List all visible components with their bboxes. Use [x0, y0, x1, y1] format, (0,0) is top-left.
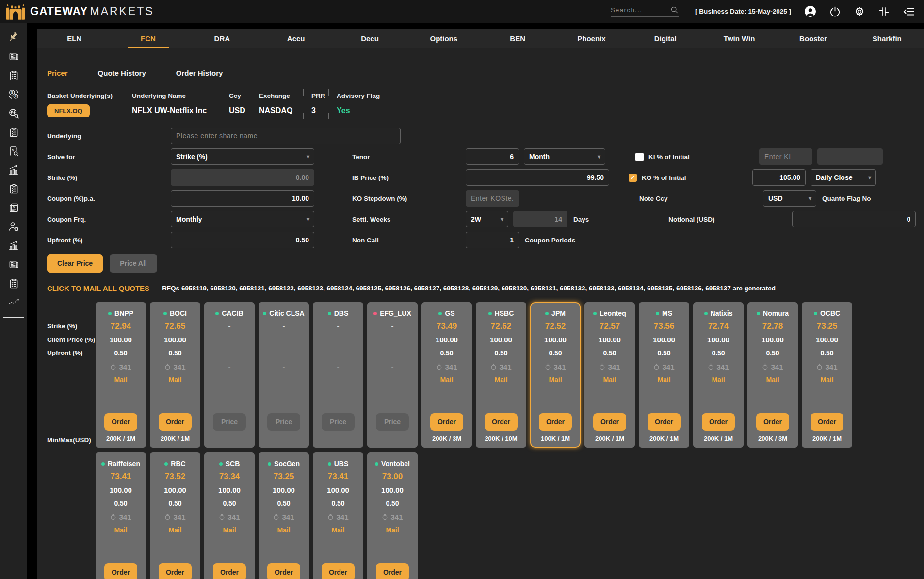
gear-icon[interactable]	[854, 6, 865, 17]
quote-card[interactable]: JPM 72.52 100.00 0.50 341 Mail Order 100…	[530, 302, 581, 448]
quote-order-button[interactable]: Order	[104, 563, 137, 579]
quote-order-button[interactable]: Order	[104, 413, 137, 431]
quote-mail-link[interactable]: Mail	[277, 526, 290, 536]
quote-mail-link[interactable]: Mail	[114, 376, 127, 386]
quote-order-button[interactable]: Order	[159, 563, 192, 579]
quote-order-button[interactable]: Order	[159, 413, 192, 431]
search-input[interactable]	[611, 6, 670, 14]
quote-mail-link[interactable]: Mail	[603, 376, 616, 386]
quote-order-button[interactable]: Order	[702, 413, 735, 431]
checklist-icon-4[interactable]	[8, 277, 19, 289]
tab-options[interactable]: Options	[407, 29, 481, 48]
quote-card[interactable]: CACIB - - Price	[204, 302, 255, 448]
quote-order-button[interactable]: Order	[213, 563, 246, 579]
news-icon-2[interactable]	[8, 258, 19, 270]
quote-mail-link[interactable]: Mail	[223, 526, 236, 536]
tab-dra[interactable]: DRA	[185, 29, 259, 48]
subtab-quote-history[interactable]: Quote History	[98, 69, 146, 77]
quote-order-button[interactable]: Price	[322, 413, 355, 431]
quote-mail-link[interactable]: Mail	[331, 526, 344, 536]
quote-mail-link[interactable]: Mail	[168, 376, 181, 386]
underlying-input[interactable]	[171, 128, 401, 144]
solve-for-select[interactable]: Strike (%)	[171, 148, 314, 165]
quote-order-button[interactable]: Order	[756, 413, 789, 431]
quote-card[interactable]: BOCI 72.65 100.00 0.50 341 Mail Order 20…	[150, 302, 200, 448]
ki-checkbox[interactable]	[635, 153, 644, 161]
coupon-pa-input[interactable]	[171, 190, 314, 207]
subtab-order-history[interactable]: Order History	[176, 69, 223, 77]
mail-all-quotes-link[interactable]: CLICK TO MAIL ALL QUOTES	[47, 284, 149, 292]
tab-decu[interactable]: Decu	[333, 29, 406, 48]
quote-card[interactable]: OCBC 73.25 100.00 0.50 341 Mail Order 20…	[802, 302, 852, 448]
tab-accu[interactable]: Accu	[259, 29, 333, 48]
quote-card[interactable]: SCB 73.34 100.00 0.50 341 Mail Order	[204, 452, 255, 579]
quote-card[interactable]: MS 73.56 100.00 0.50 341 Mail Order 200K…	[639, 302, 689, 448]
quote-mail-link[interactable]: Mail	[820, 376, 833, 386]
quote-mail-link[interactable]: Mail	[168, 526, 181, 536]
ko-input[interactable]	[752, 169, 806, 186]
tab-sharkfin[interactable]: Sharkfin	[850, 29, 924, 48]
tenor-unit-select[interactable]: Month	[524, 148, 605, 165]
clear-price-button[interactable]: Clear Price	[47, 254, 103, 273]
globe-search-icon[interactable]	[8, 107, 19, 119]
quote-card[interactable]: Leonteq 72.57 100.00 0.50 341 Mail Order…	[584, 302, 635, 448]
quote-mail-link[interactable]: Mail	[114, 526, 127, 536]
power-icon[interactable]	[829, 6, 841, 17]
tab-phoenix[interactable]: Phoenix	[554, 29, 628, 48]
pin-icon[interactable]	[8, 32, 19, 43]
checklist-icon-3[interactable]	[8, 183, 19, 194]
document-dollar-search-icon[interactable]: $	[8, 145, 19, 157]
quote-card[interactable]: GS 73.49 100.00 0.50 341 Mail Order 200K…	[421, 302, 472, 448]
non-call-input[interactable]	[466, 232, 519, 248]
quote-order-button[interactable]: Order	[648, 413, 681, 431]
quote-card[interactable]: SocGen 73.25 100.00 0.50 341 Mail Order	[259, 452, 309, 579]
notional-input[interactable]	[792, 211, 916, 227]
tab-ben[interactable]: BEN	[481, 29, 554, 48]
quote-order-button[interactable]: Price	[267, 413, 300, 431]
quote-order-button[interactable]: Order	[539, 413, 572, 431]
menu-collapse-icon[interactable]	[903, 5, 915, 18]
currency-exchange-icon[interactable]: $ €	[8, 88, 19, 100]
quote-card[interactable]: UBS 73.41 100.00 0.50 341 Mail Order	[313, 452, 363, 579]
trend-mini-icon[interactable]	[8, 296, 19, 308]
tab-digital[interactable]: Digital	[629, 29, 702, 48]
invoice-icon[interactable]: $	[8, 202, 19, 213]
settl-weeks-select[interactable]: 2W	[466, 211, 508, 227]
quote-card[interactable]: HSBC 72.62 100.00 0.50 341 Mail Order 20…	[476, 302, 526, 448]
avatar-icon[interactable]	[804, 5, 816, 17]
quote-order-button[interactable]: Order	[376, 563, 409, 579]
ib-price-input[interactable]	[466, 169, 609, 186]
quote-order-button[interactable]: Order	[267, 563, 300, 579]
tab-booster[interactable]: Booster	[776, 29, 850, 48]
upfront-input[interactable]	[171, 232, 314, 248]
ko-checkbox[interactable]	[629, 174, 637, 182]
quote-mail-link[interactable]: Mail	[766, 376, 779, 386]
quote-card[interactable]: DBS - - Price	[313, 302, 363, 448]
quote-mail-link[interactable]: Mail	[712, 376, 725, 386]
underlying-ticker-button[interactable]: NFLX.OQ	[47, 104, 90, 117]
quote-order-button[interactable]: Order	[593, 413, 626, 431]
quote-mail-link[interactable]: Mail	[549, 376, 562, 386]
quote-card[interactable]: EFG_LUX - - Price	[367, 302, 418, 448]
subtab-pricer[interactable]: Pricer	[47, 69, 68, 77]
bar-chart-growth-icon[interactable]	[8, 164, 19, 176]
note-ccy-select[interactable]: USD	[763, 190, 816, 207]
quote-card[interactable]: BNPP 72.94 100.00 0.50 341 Mail Order 20…	[96, 302, 146, 448]
tab-fcn[interactable]: FCN	[111, 29, 185, 48]
panel-split-icon[interactable]	[878, 6, 890, 17]
quote-card[interactable]: Citic CLSA - - Price	[259, 302, 309, 448]
quote-order-button[interactable]: Price	[376, 413, 409, 431]
quote-mail-link[interactable]: Mail	[494, 376, 507, 386]
news-icon[interactable]	[8, 50, 19, 62]
quote-order-button[interactable]: Order	[485, 413, 518, 431]
quote-card[interactable]: Raiffeisen 73.41 100.00 0.50 341 Mail Or…	[96, 452, 146, 579]
tab-eln[interactable]: ELN	[37, 29, 111, 48]
ko-mode-select[interactable]: Daily Close	[811, 169, 876, 186]
quote-mail-link[interactable]: Mail	[657, 376, 670, 386]
quote-order-button[interactable]: Order	[322, 563, 355, 579]
checklist-icon-2[interactable]	[8, 126, 19, 138]
quote-order-button[interactable]: Order	[811, 413, 843, 431]
quote-order-button[interactable]: Price	[213, 413, 246, 431]
checklist-icon[interactable]	[8, 69, 19, 81]
quote-mail-link[interactable]: Mail	[386, 526, 399, 536]
